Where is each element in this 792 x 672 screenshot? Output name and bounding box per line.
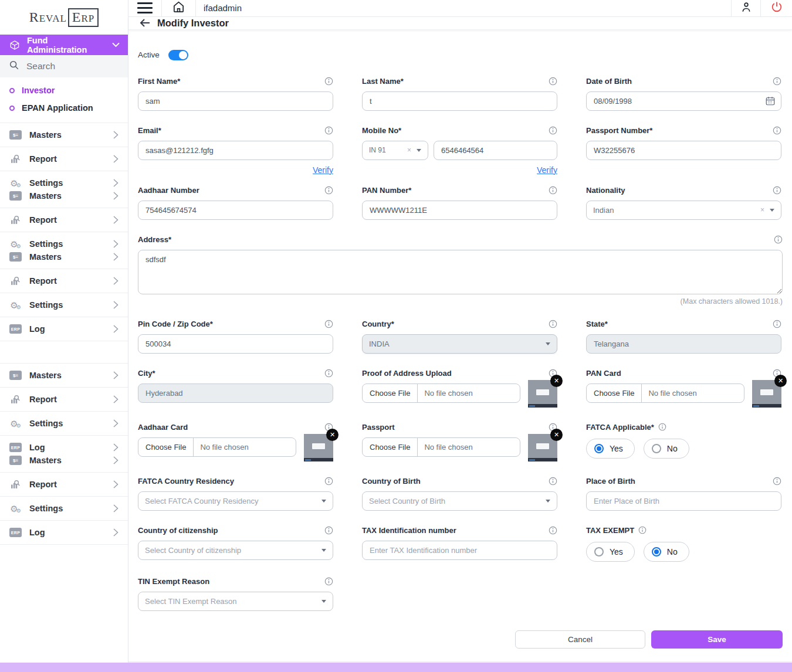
proof-of-address-file-input[interactable]: Choose File No file chosen	[362, 383, 520, 403]
info-icon[interactable]	[774, 235, 783, 244]
chevron-down-icon	[112, 42, 120, 47]
sidebar-item-masters[interactable]: $≡Masters	[0, 128, 128, 141]
profile-button[interactable]	[731, 0, 760, 16]
info-icon[interactable]	[324, 577, 333, 586]
info-icon[interactable]	[324, 126, 333, 135]
mobile-verify-link[interactable]: Verify	[537, 165, 557, 176]
calendar-icon[interactable]	[765, 96, 776, 106]
settings-icon: ⚙⚙	[9, 504, 22, 514]
sidebar-item-settings[interactable]: ⚙⚙Settings	[0, 502, 128, 515]
clear-icon[interactable]: ×	[760, 206, 764, 214]
remove-file-icon[interactable]: ✕	[550, 429, 563, 441]
sidebar-search[interactable]	[0, 55, 128, 77]
cancel-button[interactable]: Cancel	[515, 630, 645, 649]
passport-thumbnail[interactable]: ✕	[528, 434, 557, 461]
search-input[interactable]	[26, 61, 109, 72]
sidebar-item-masters[interactable]: $≡Masters	[0, 369, 128, 382]
sidebar-item-investor[interactable]: Investor	[0, 82, 128, 99]
first-name-input[interactable]	[138, 91, 333, 111]
mobile-input[interactable]	[434, 141, 557, 160]
remove-file-icon[interactable]: ✕	[550, 375, 563, 387]
sidebar-item-settings[interactable]: ⚙⚙Settings	[0, 298, 128, 311]
pan-card-file-input[interactable]: Choose File No file chosen	[586, 383, 744, 403]
info-icon[interactable]	[773, 126, 781, 135]
power-icon	[770, 1, 783, 16]
back-arrow-icon[interactable]	[139, 18, 151, 28]
sidebar-item-masters[interactable]: $≡Masters	[0, 454, 128, 467]
clear-icon[interactable]: ×	[407, 146, 411, 154]
info-icon[interactable]	[549, 526, 557, 535]
proof-of-address-thumbnail[interactable]: ✕	[528, 380, 557, 408]
aadhaar-number-input[interactable]	[138, 201, 333, 220]
sidebar-item-report[interactable]: Report	[0, 478, 128, 491]
fatca-yes-option[interactable]: Yes	[586, 439, 635, 459]
choose-file-button[interactable]: Choose File	[587, 384, 642, 402]
choose-file-button[interactable]: Choose File	[363, 438, 418, 456]
citizenship-select[interactable]: Select Country of citizenship	[138, 541, 333, 560]
home-button[interactable]	[162, 0, 196, 16]
info-icon[interactable]	[324, 526, 333, 535]
info-icon[interactable]	[549, 320, 557, 328]
sidebar-item-report[interactable]: Report	[0, 152, 128, 165]
choose-file-button[interactable]: Choose File	[138, 438, 194, 456]
module-selector[interactable]: Fund Administration	[0, 35, 128, 55]
save-button[interactable]: Save	[651, 630, 783, 649]
info-icon[interactable]	[549, 77, 557, 86]
aadhaar-card-thumbnail[interactable]: ✕	[304, 434, 333, 461]
info-icon[interactable]	[773, 77, 781, 86]
info-icon[interactable]	[324, 186, 333, 195]
email-verify-link[interactable]: Verify	[313, 165, 333, 176]
sidebar-item-masters[interactable]: $≡Masters	[0, 250, 128, 263]
info-icon[interactable]	[549, 126, 557, 135]
dob-input[interactable]	[586, 91, 781, 111]
email-input[interactable]	[138, 141, 333, 160]
pan-card-thumbnail[interactable]: ✕	[752, 380, 781, 408]
sidebar-item-log[interactable]: ERPLog	[0, 441, 128, 454]
menu-toggle-button[interactable]	[128, 0, 162, 16]
country-of-birth-select[interactable]: Select Country of Birth	[362, 491, 557, 511]
passport-number-input[interactable]	[586, 141, 781, 160]
remove-file-icon[interactable]: ✕	[326, 429, 339, 441]
place-of-birth-input[interactable]	[586, 491, 781, 511]
logout-button[interactable]	[760, 0, 792, 16]
info-icon[interactable]	[324, 477, 333, 486]
sidebar-item-settings[interactable]: ⚙⚙Settings	[0, 237, 128, 250]
pin-code-input[interactable]	[138, 334, 333, 354]
last-name-input[interactable]	[362, 91, 557, 111]
choose-file-button[interactable]: Choose File	[363, 384, 418, 402]
sidebar-item-report[interactable]: Report	[0, 393, 128, 406]
active-toggle[interactable]	[168, 50, 188, 60]
info-icon[interactable]	[549, 477, 557, 486]
fatca-residency-select[interactable]: Select FATCA Country Residency	[138, 491, 333, 511]
tax-id-input[interactable]	[362, 541, 557, 560]
remove-file-icon[interactable]: ✕	[774, 375, 787, 387]
country-code-select[interactable]: IN 91 ×	[362, 141, 428, 160]
aadhaar-card-file-input[interactable]: Choose File No file chosen	[138, 437, 296, 457]
sidebar-item-masters[interactable]: $≡Masters	[0, 189, 128, 202]
sidebar-item-log[interactable]: ERPLog	[0, 323, 128, 335]
info-icon[interactable]	[658, 423, 666, 431]
passport-file-input[interactable]: Choose File No file chosen	[362, 437, 520, 457]
sidebar-item-report[interactable]: Report	[0, 213, 128, 226]
info-icon[interactable]	[324, 320, 333, 328]
info-icon[interactable]	[638, 526, 647, 534]
proof-of-address-label: Proof of Address Upload	[362, 369, 452, 378]
pan-number-input[interactable]	[362, 201, 557, 220]
sidebar-item-log[interactable]: ERPLog	[0, 526, 128, 539]
sidebar-item-settings[interactable]: ⚙⚙Settings	[0, 417, 128, 430]
info-icon[interactable]	[773, 477, 781, 486]
tin-exempt-reason-select[interactable]: Select TIN Exempt Reason	[138, 592, 333, 611]
sidebar-item-report[interactable]: Report	[0, 274, 128, 287]
nationality-select[interactable]: Indian ×	[586, 201, 781, 220]
info-icon[interactable]	[324, 369, 333, 378]
sidebar-item-settings[interactable]: ⚙⚙Settings	[0, 177, 128, 189]
info-icon[interactable]	[324, 77, 333, 86]
info-icon[interactable]	[549, 186, 557, 195]
info-icon[interactable]	[773, 320, 781, 328]
tax-exempt-no-option[interactable]: No	[644, 542, 689, 562]
fatca-no-option[interactable]: No	[644, 439, 689, 459]
tax-exempt-yes-option[interactable]: Yes	[586, 542, 635, 562]
info-icon[interactable]	[773, 186, 781, 195]
address-textarea[interactable]: sdfsdf	[138, 250, 783, 294]
sidebar-item-epan-application[interactable]: EPAN Application	[0, 99, 128, 117]
